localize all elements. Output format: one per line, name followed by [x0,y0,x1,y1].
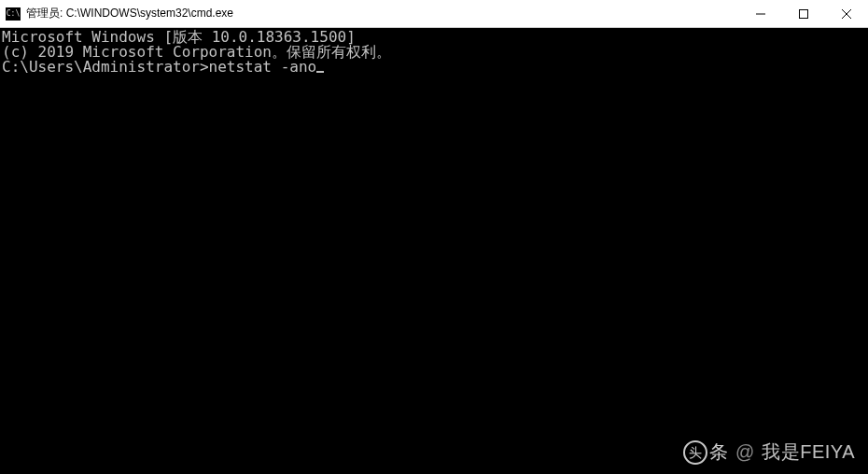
watermark-logo-text: 条 [709,439,728,465]
watermark-at: @ [735,441,754,463]
minimize-button[interactable] [739,0,782,28]
svg-rect-1 [800,10,808,19]
close-button[interactable] [825,0,868,28]
prompt-line: C:\Users\Administrator>netstat -ano [2,60,868,75]
cursor [316,71,324,73]
prompt-text: C:\Users\Administrator> [2,58,209,76]
toutiao-icon: 头 [683,440,707,465]
watermark-username: 我是FEIYA [762,439,855,465]
window-controls [739,0,868,28]
watermark: 头 条 @ 我是FEIYA [683,439,855,465]
terminal-output[interactable]: Microsoft Windows [版本 10.0.18363.1500](c… [0,28,868,474]
command-input[interactable]: netstat -ano [209,58,317,76]
watermark-logo: 头 条 [683,439,728,465]
maximize-button[interactable] [782,0,825,28]
cmd-icon: C:\ [6,7,21,21]
window-title: 管理员: C:\WINDOWS\system32\cmd.exe [26,6,233,21]
titlebar[interactable]: C:\ 管理员: C:\WINDOWS\system32\cmd.exe [0,0,868,28]
